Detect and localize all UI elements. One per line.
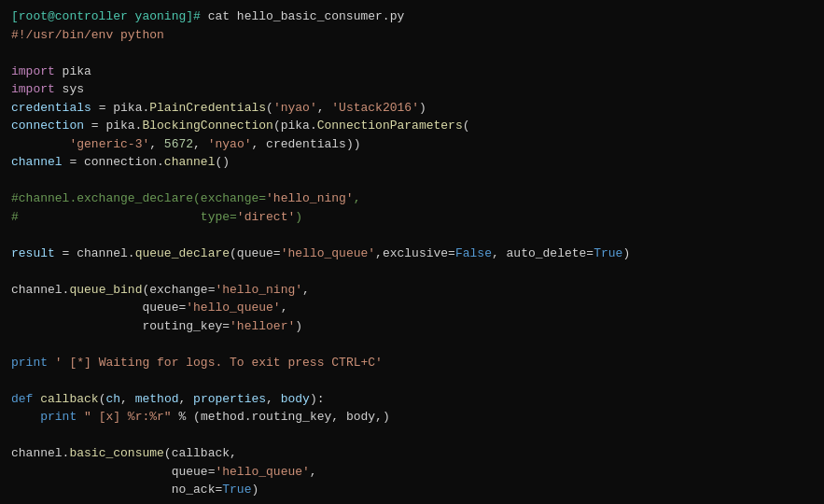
blank-line-2	[11, 172, 813, 190]
prompt-user: [root@controller yaoning]#	[11, 9, 208, 23]
connection-line2: 'generic-3', 5672, 'nyao', credentials))	[11, 135, 813, 154]
blank-line-8	[11, 499, 813, 505]
bind-line3: routing_key='helloer')	[11, 317, 813, 336]
result-var: result	[11, 246, 55, 260]
queue-bind-func: queue_bind	[69, 283, 142, 297]
connection-var: connection	[11, 119, 84, 133]
blank-line-3	[11, 226, 813, 245]
import-pika-line: import pika	[11, 63, 813, 81]
blank-line-6	[11, 371, 813, 390]
consume-line2: queue='hello_queue',	[11, 463, 813, 482]
def-line1: def callback(ch, method, properties, bod…	[11, 390, 813, 409]
blocking-connection-func: BlockingConnection	[142, 119, 272, 133]
print-keyword-2: print	[40, 410, 77, 424]
plain-credentials-func: PlainCredentials	[149, 101, 266, 115]
shebang-line: #!/usr/bin/env python	[11, 26, 813, 45]
credentials-line: credentials = pika.PlainCredentials('nya…	[11, 99, 813, 118]
print-string: ' [*] Waiting for logs. To exit press CT…	[55, 356, 383, 370]
bind-line1: channel.queue_bind(exchange='hello_ning'…	[11, 281, 813, 300]
no-ack-value: True	[222, 483, 251, 497]
queue-declare-func: queue_declare	[135, 246, 230, 260]
comment-line1: #channel.exchange_declare(exchange='hell…	[11, 189, 813, 208]
blank-line-5	[11, 335, 813, 354]
comment2-text: # type=	[11, 210, 237, 224]
channel-line: channel = connection.channel()	[11, 153, 813, 172]
import-keyword: import	[11, 64, 55, 78]
print-keyword: print	[11, 356, 48, 370]
prompt-line: [root@controller yaoning]# cat hello_bas…	[11, 7, 813, 26]
callback-func-name: callback	[40, 392, 98, 406]
connection-line1: connection = pika.BlockingConnection(pik…	[11, 117, 813, 135]
prompt-cmd: cat hello_basic_consumer.py	[208, 9, 405, 23]
blank-line-7	[11, 427, 813, 445]
channel-func: channel	[164, 155, 216, 169]
import-sys-line: import sys	[11, 80, 813, 99]
comment-line2: # type='direct')	[11, 208, 813, 227]
conn-params-func: ConnectionParameters	[317, 119, 463, 133]
consume-line3: no_ack=True)	[11, 481, 813, 499]
channel-var: channel	[11, 155, 63, 169]
bind-line2: queue='hello_queue',	[11, 299, 813, 317]
import-sys-keyword: import	[11, 82, 55, 96]
import-sys-name: sys	[55, 82, 84, 96]
blank-line-1	[11, 44, 813, 63]
print-line: print ' [*] Waiting for logs. To exit pr…	[11, 354, 813, 372]
result-line: result = channel.queue_declare(queue='he…	[11, 245, 813, 263]
terminal: [root@controller yaoning]# cat hello_bas…	[0, 0, 824, 504]
consume-line1: channel.basic_consume(callback,	[11, 444, 813, 463]
import-pika-name: pika	[55, 64, 91, 78]
def-keyword: def	[11, 392, 33, 406]
credentials-var: credentials	[11, 101, 91, 115]
comment1-text: #channel.exchange_declare(exchange=	[11, 191, 266, 205]
def-line2: print " [x] %r:%r" % (method.routing_key…	[11, 408, 813, 427]
shebang-text: #!/usr/bin/env python	[11, 28, 164, 42]
blank-line-4	[11, 262, 813, 281]
basic-consume-func: basic_consume	[69, 446, 163, 460]
